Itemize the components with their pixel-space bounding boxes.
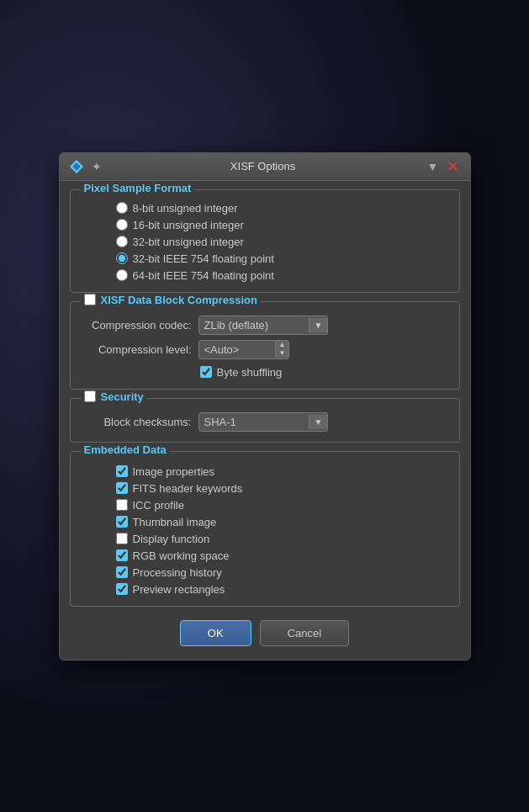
checksums-select[interactable]: SHA-1 SHA-256 SHA-512 None	[199, 413, 309, 431]
radio-16bit[interactable]	[116, 219, 128, 231]
image-properties-checkbox[interactable]	[116, 465, 128, 477]
level-spinner-buttons: ▲ ▼	[275, 341, 289, 358]
pixel-sample-format-label: Pixel Sample Format	[84, 182, 192, 194]
level-spinner-input[interactable]	[199, 341, 275, 358]
compression-enable-checkbox[interactable]	[84, 294, 96, 305]
dialog-title: XISF Options	[107, 160, 420, 172]
cancel-button[interactable]: Cancel	[260, 620, 349, 646]
ok-button[interactable]: OK	[180, 620, 251, 646]
byte-shuffling-checkbox[interactable]	[200, 366, 212, 378]
display-function-label[interactable]: Display function	[133, 533, 210, 545]
rgb-working-space-label[interactable]: RGB working space	[133, 549, 230, 562]
list-item: RGB working space	[116, 549, 447, 562]
title-controls: ▼ ✕	[425, 158, 462, 175]
list-item: FITS header keywords	[116, 482, 447, 495]
button-row: OK Cancel	[70, 615, 460, 648]
list-item: Image properties	[116, 465, 447, 478]
rgb-working-space-checkbox[interactable]	[116, 549, 128, 561]
thumbnail-checkbox[interactable]	[116, 516, 128, 528]
codec-label: Compression codec:	[82, 319, 192, 332]
radio-32bit-int-label[interactable]: 32-bit unsigned integer	[133, 236, 244, 248]
preview-rectangles-checkbox[interactable]	[116, 583, 128, 595]
app-icon	[68, 158, 85, 175]
radio-item: 8-bit unsigned integer	[116, 202, 238, 215]
fits-header-label[interactable]: FITS header keywords	[133, 482, 243, 495]
pixel-sample-format-radio-group: 8-bit unsigned integer 16-bit unsigned i…	[82, 199, 447, 282]
pin-icon[interactable]: ✦	[92, 160, 102, 173]
radio-item: 32-bit unsigned integer	[116, 236, 244, 248]
processing-history-checkbox[interactable]	[116, 566, 128, 578]
radio-item: 32-bit IEEE 754 floating point	[116, 252, 274, 265]
list-item: Display function	[116, 533, 447, 545]
checksums-row: Block checksums: SHA-1 SHA-256 SHA-512 N…	[82, 412, 447, 432]
codec-select-wrapper: ZLib (deflate) LZ4 LZ4-HC None ▼	[198, 316, 329, 335]
level-spinner-wrapper: ▲ ▼	[198, 340, 290, 359]
radio-item: 64-bit IEEE 754 floating point	[116, 269, 274, 282]
pixel-sample-format-section: Pixel Sample Format 8-bit unsigned integ…	[70, 189, 460, 293]
minimize-button[interactable]: ▼	[425, 158, 442, 175]
icc-profile-label[interactable]: ICC profile	[133, 499, 184, 512]
security-section: Security Block checksums: SHA-1 SHA-256 …	[70, 398, 460, 443]
compression-section: XISF Data Block Compression Compression …	[70, 301, 460, 390]
compression-legend: XISF Data Block Compression	[81, 294, 261, 306]
level-spinner-down[interactable]: ▼	[276, 349, 289, 358]
radio-32bit-float[interactable]	[116, 252, 128, 264]
codec-select-arrow-icon: ▼	[309, 318, 328, 332]
radio-8bit[interactable]	[116, 202, 128, 214]
level-row: Compression level: ▲ ▼	[82, 340, 447, 359]
radio-16bit-label[interactable]: 16-bit unsigned integer	[133, 219, 244, 231]
embedded-data-legend: Embedded Data	[81, 443, 170, 456]
embedded-data-label: Embedded Data	[84, 443, 167, 456]
radio-8bit-label[interactable]: 8-bit unsigned integer	[133, 202, 238, 215]
embedded-data-list: Image properties FITS header keywords IC…	[82, 460, 447, 596]
level-spinner-up[interactable]: ▲	[276, 341, 289, 349]
security-label: Security	[101, 390, 144, 403]
list-item: Preview rectangles	[116, 583, 447, 596]
list-item: Thumbnail image	[116, 516, 447, 528]
icc-profile-checkbox[interactable]	[116, 499, 128, 511]
codec-row: Compression codec: ZLib (deflate) LZ4 LZ…	[82, 316, 447, 335]
compression-label: XISF Data Block Compression	[101, 294, 257, 306]
dialog-body: Pixel Sample Format 8-bit unsigned integ…	[60, 181, 470, 660]
byte-shuffling-label[interactable]: Byte shuffling	[217, 366, 283, 379]
checksums-select-arrow-icon: ▼	[309, 415, 328, 429]
checksums-select-wrapper: SHA-1 SHA-256 SHA-512 None ▼	[198, 412, 329, 432]
display-function-checkbox[interactable]	[116, 533, 128, 544]
list-item: Processing history	[116, 566, 447, 579]
fits-header-checkbox[interactable]	[116, 482, 128, 494]
xisf-options-dialog: ✦ XISF Options ▼ ✕ Pixel Sample Format 8…	[59, 152, 471, 661]
security-enable-checkbox[interactable]	[84, 390, 96, 402]
radio-item: 16-bit unsigned integer	[116, 219, 244, 231]
security-legend: Security	[81, 390, 147, 403]
pixel-sample-format-legend: Pixel Sample Format	[81, 182, 195, 194]
level-label: Compression level:	[82, 343, 192, 356]
codec-select[interactable]: ZLib (deflate) LZ4 LZ4-HC None	[199, 316, 309, 334]
preview-rectangles-label[interactable]: Preview rectangles	[133, 583, 225, 596]
processing-history-label[interactable]: Processing history	[133, 566, 222, 579]
list-item: ICC profile	[116, 499, 447, 512]
radio-64bit-float-label[interactable]: 64-bit IEEE 754 floating point	[133, 269, 274, 282]
embedded-data-section: Embedded Data Image properties FITS head…	[70, 451, 460, 607]
image-properties-label[interactable]: Image properties	[133, 465, 215, 478]
close-button[interactable]: ✕	[445, 158, 462, 175]
checksums-label: Block checksums:	[82, 416, 192, 428]
thumbnail-label[interactable]: Thumbnail image	[133, 516, 217, 528]
byte-shuffling-row: Byte shuffling	[82, 366, 447, 379]
title-bar: ✦ XISF Options ▼ ✕	[60, 153, 470, 181]
radio-64bit-float[interactable]	[116, 269, 128, 281]
radio-32bit-float-label[interactable]: 32-bit IEEE 754 floating point	[133, 252, 274, 265]
radio-32bit-int[interactable]	[116, 236, 128, 247]
